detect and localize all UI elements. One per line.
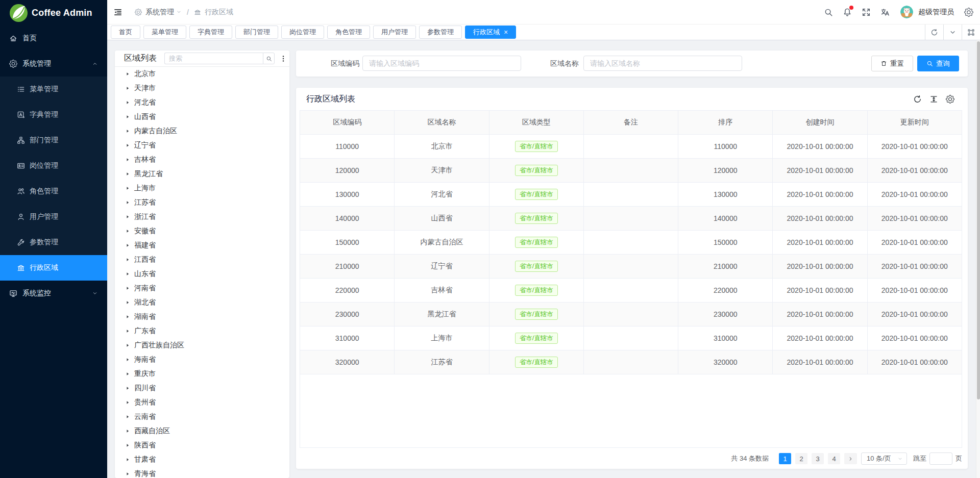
tree-item[interactable]: 海南省 <box>115 353 289 367</box>
tree-item[interactable]: 青海省 <box>115 467 289 478</box>
notifications-button[interactable] <box>843 8 852 17</box>
column-header[interactable]: 区域类型 <box>489 111 584 134</box>
tree-item[interactable]: 四川省 <box>115 381 289 395</box>
column-header[interactable]: 区域编码 <box>300 111 395 134</box>
tab[interactable]: 部门管理 <box>235 26 278 39</box>
brand[interactable]: Coffee Admin <box>0 0 107 26</box>
menu-fold-icon[interactable] <box>113 8 122 17</box>
tree-item[interactable]: 江苏省 <box>115 195 289 210</box>
tree-item[interactable]: 广西壮族自治区 <box>115 338 289 353</box>
tree-item[interactable]: 安徽省 <box>115 224 289 238</box>
tree-item[interactable]: 福建省 <box>115 238 289 253</box>
tree-item[interactable]: 山西省 <box>115 110 289 124</box>
column-settings-gear-icon[interactable] <box>946 95 954 104</box>
table-row[interactable]: 110000 北京市 省市/直辖市 110000 2020-10-01 00:0… <box>300 135 962 159</box>
tree-item[interactable]: 江西省 <box>115 253 289 267</box>
table-row[interactable]: 210000 辽宁省 省市/直辖市 210000 2020-10-01 00:0… <box>300 255 962 279</box>
page-button[interactable]: 2 <box>795 453 807 464</box>
breadcrumb-section[interactable]: 系统管理 <box>145 8 174 17</box>
sidebar-item-wrench[interactable]: 参数管理 <box>0 230 107 255</box>
table-row[interactable]: 310000 上海市 省市/直辖市 310000 2020-10-01 00:0… <box>300 326 962 350</box>
column-header[interactable]: 创建时间 <box>773 111 867 134</box>
tree-item[interactable]: 内蒙古自治区 <box>115 124 289 138</box>
table-row[interactable]: 320000 江苏省 省市/直辖市 320000 2020-10-01 00:0… <box>300 350 962 374</box>
tab[interactable]: 首页 <box>111 26 140 39</box>
table-row[interactable]: 130000 河北省 省市/直辖市 130000 2020-10-01 00:0… <box>300 183 962 207</box>
tab-menu-button[interactable] <box>943 24 962 40</box>
tree-item[interactable]: 黑龙江省 <box>115 167 289 181</box>
sidebar-item-bank[interactable]: 行政区域 <box>0 255 107 281</box>
fullscreen-icon[interactable] <box>862 8 871 17</box>
search-icon[interactable] <box>824 8 833 17</box>
page-button[interactable]: 3 <box>812 453 824 464</box>
tree-item[interactable]: 辽宁省 <box>115 138 289 153</box>
sidebar-item-home[interactable]: 首页 <box>0 26 107 51</box>
tree-item[interactable]: 河北省 <box>115 95 289 110</box>
tree-item[interactable]: 甘肃省 <box>115 452 289 467</box>
chevron-down-icon <box>897 456 903 462</box>
column-header[interactable]: 排序 <box>678 111 773 134</box>
tab[interactable]: 参数管理 <box>419 26 462 39</box>
tab-active[interactable]: 行政区域× <box>465 26 516 39</box>
tab[interactable]: 岗位管理 <box>281 26 324 39</box>
page-button[interactable]: 4 <box>828 453 840 464</box>
tree-item[interactable]: 浙江省 <box>115 210 289 224</box>
next-page-button[interactable] <box>844 453 857 464</box>
tree-item[interactable]: 贵州省 <box>115 395 289 410</box>
kebab-menu-icon[interactable] <box>279 55 287 63</box>
tree-item[interactable]: 上海市 <box>115 181 289 195</box>
tree-item[interactable]: 湖南省 <box>115 310 289 324</box>
tree-item[interactable]: 陕西省 <box>115 438 289 452</box>
table-row[interactable]: 220000 吉林省 省市/直辖市 220000 2020-10-01 00:0… <box>300 279 962 303</box>
tree-item[interactable]: 西藏自治区 <box>115 424 289 438</box>
avatar[interactable] <box>900 6 913 18</box>
column-header[interactable]: 更新时间 <box>868 111 962 134</box>
sidebar-group-system[interactable]: 系统管理 <box>0 51 107 77</box>
page-size-select[interactable]: 10 条/页 <box>861 452 907 465</box>
query-button[interactable]: 查询 <box>917 56 959 71</box>
close-icon[interactable]: × <box>504 29 508 36</box>
tree-item[interactable]: 河南省 <box>115 281 289 295</box>
column-header[interactable]: 备注 <box>584 111 678 134</box>
tree-search-input[interactable] <box>164 53 263 64</box>
tree-item[interactable]: 吉林省 <box>115 153 289 167</box>
table-row[interactable]: 230000 黑龙江省 省市/直辖市 230000 2020-10-01 00:… <box>300 303 962 326</box>
scrollbar-thumb[interactable] <box>977 41 980 399</box>
sidebar-group-monitor[interactable]: 系统监控 <box>0 281 107 306</box>
tree-item[interactable]: 云南省 <box>115 410 289 424</box>
refresh-icon[interactable] <box>913 95 922 104</box>
translate-icon[interactable] <box>880 8 890 17</box>
tree-item[interactable]: 山东省 <box>115 267 289 281</box>
tab[interactable]: 用户管理 <box>373 26 416 39</box>
row-height-icon[interactable] <box>929 95 938 104</box>
tab[interactable]: 角色管理 <box>327 26 370 39</box>
region-code-input[interactable] <box>362 56 521 71</box>
tree-item[interactable]: 湖北省 <box>115 295 289 310</box>
region-name-input[interactable] <box>583 56 742 71</box>
refresh-button[interactable] <box>925 24 943 40</box>
tree-item[interactable]: 北京市 <box>115 67 289 81</box>
tree-item[interactable]: 天津市 <box>115 81 289 95</box>
tree-item[interactable]: 重庆市 <box>115 367 289 381</box>
table-row[interactable]: 120000 天津市 省市/直辖市 120000 2020-10-01 00:0… <box>300 159 962 183</box>
table-row[interactable]: 140000 山西省 省市/直辖市 140000 2020-10-01 00:0… <box>300 207 962 231</box>
sidebar-item-id-card[interactable]: 岗位管理 <box>0 153 107 179</box>
sidebar-item-user[interactable]: 用户管理 <box>0 204 107 230</box>
jump-page-input[interactable] <box>929 452 952 465</box>
sidebar-item-roles[interactable]: 角色管理 <box>0 179 107 204</box>
sidebar-item-menu-list[interactable]: 菜单管理 <box>0 77 107 102</box>
username[interactable]: 超级管理员 <box>918 8 954 17</box>
vertical-scrollbar[interactable] <box>976 40 980 478</box>
sidebar-item-org-chart[interactable]: 部门管理 <box>0 128 107 153</box>
tree-search-button[interactable] <box>263 53 275 64</box>
page-button[interactable]: 1 <box>779 453 791 464</box>
settings-gear-icon[interactable] <box>964 8 973 17</box>
sidebar-item-dictionary[interactable]: 字典管理 <box>0 102 107 128</box>
maximize-button[interactable] <box>962 24 980 40</box>
tab[interactable]: 字典管理 <box>189 26 232 39</box>
reset-button[interactable]: 重置 <box>871 56 913 71</box>
table-row[interactable]: 150000 内蒙古自治区 省市/直辖市 150000 2020-10-01 0… <box>300 231 962 255</box>
tab[interactable]: 菜单管理 <box>143 26 186 39</box>
tree-item[interactable]: 广东省 <box>115 324 289 338</box>
column-header[interactable]: 区域名称 <box>395 111 489 134</box>
